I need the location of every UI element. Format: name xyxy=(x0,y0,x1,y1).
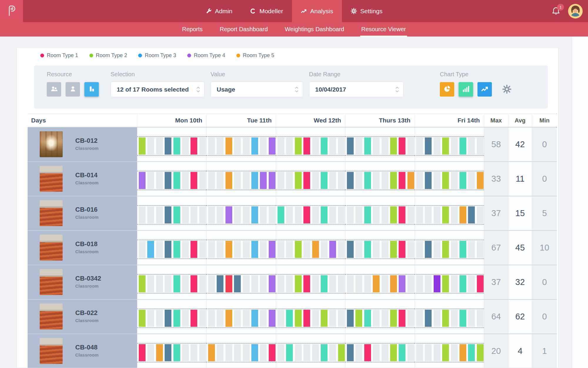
legend-dot xyxy=(236,54,240,57)
usage-bar-gray xyxy=(208,172,215,189)
date-range-dropdown[interactable]: 10/04/2017 xyxy=(309,82,404,97)
usage-bar-teal xyxy=(173,275,180,292)
subnav-item-report-dashboard[interactable]: Report Dashboard xyxy=(218,22,269,37)
subnav-item-label: Resource Viewer xyxy=(361,26,406,33)
usage-bar-gray xyxy=(477,137,484,155)
resource-table: DaysMon 10thTue 11thWed 12thThurs 13thFr… xyxy=(28,114,557,368)
usage-bar-gray xyxy=(373,241,380,258)
usage-bar-gray xyxy=(312,344,319,361)
usage-bars xyxy=(207,343,276,362)
room-type: Classroom xyxy=(75,284,98,289)
room-label-cell[interactable]: CB-022 Classroom xyxy=(28,300,137,334)
usage-bar-gray xyxy=(260,241,267,258)
col-header-max: Max xyxy=(484,114,508,127)
nav-item-modeller[interactable]: Modeller xyxy=(241,0,292,22)
usage-bar-gray xyxy=(338,275,345,292)
legend-label: Room Type 1 xyxy=(47,52,78,59)
room-type: Classroom xyxy=(75,215,98,220)
usage-bar-green xyxy=(139,137,146,155)
nav-item-admin[interactable]: Admin xyxy=(197,0,241,22)
day-cell-0 xyxy=(137,127,206,162)
chart-settings-gear-icon[interactable] xyxy=(502,85,511,94)
usage-bar-gray xyxy=(329,344,336,361)
usage-bar-pink xyxy=(191,241,197,258)
usage-bar-gray xyxy=(477,241,484,258)
usage-bar-gray xyxy=(355,206,362,223)
usage-bar-slate xyxy=(165,172,171,189)
main-nav: Admin Modeller Analysis Settings 1 xyxy=(0,0,588,22)
day-cell-4 xyxy=(415,231,484,265)
usage-bar-slate xyxy=(347,172,354,189)
usage-bar-orange xyxy=(156,344,163,361)
resource-btn-blocks-icon[interactable] xyxy=(84,82,99,97)
legend-item-room-type-2[interactable]: Room Type 2 xyxy=(89,52,127,59)
usage-bar-gray xyxy=(416,206,423,223)
usage-bar-gray xyxy=(373,172,380,189)
usage-bars xyxy=(276,136,345,156)
usage-bars xyxy=(137,205,206,225)
usage-bar-teal xyxy=(321,275,328,292)
usage-bar-gray xyxy=(199,137,206,155)
nav-item-settings[interactable]: Settings xyxy=(342,0,391,22)
usage-bar-green xyxy=(442,206,449,223)
usage-bar-teal xyxy=(364,241,371,258)
max-value: 64 xyxy=(484,300,508,334)
value-dropdown[interactable]: Usage xyxy=(211,82,303,97)
usage-bar-gray xyxy=(260,275,267,292)
chart-type-btn-pie-chart-icon[interactable] xyxy=(440,82,454,97)
usage-bar-slate xyxy=(217,275,223,292)
day-cell-1 xyxy=(206,231,276,265)
room-label-cell[interactable]: CB-0342 Classroom xyxy=(28,265,137,300)
nav-item-analysis[interactable]: Analysis xyxy=(292,0,342,22)
room-label-cell[interactable]: CB-018 Classroom xyxy=(28,231,137,265)
usage-bar-gray xyxy=(278,310,284,327)
usage-bar-gray xyxy=(416,310,423,327)
chart-type-btn-bar-chart-icon[interactable] xyxy=(459,82,473,97)
user-avatar[interactable] xyxy=(568,4,583,19)
usage-bars xyxy=(276,309,345,328)
usage-bar-green xyxy=(477,344,484,361)
usage-bar-gray xyxy=(338,310,345,327)
day-cell-2 xyxy=(276,127,345,162)
usage-bar-gray xyxy=(182,310,189,327)
resource-btn-person-icon[interactable] xyxy=(66,82,80,97)
usage-bar-teal xyxy=(173,206,180,223)
usage-bar-purple xyxy=(269,137,275,155)
usage-bar-green xyxy=(442,137,449,155)
usage-bars xyxy=(207,136,276,156)
usage-bar-gray xyxy=(199,241,206,258)
usage-bar-gray xyxy=(234,241,241,258)
resource-btn-people-group-icon[interactable] xyxy=(47,82,61,97)
legend-item-room-type-1[interactable]: Room Type 1 xyxy=(40,52,78,59)
usage-bar-gray xyxy=(303,241,310,258)
usage-bar-pink xyxy=(269,344,275,361)
notifications-bell-icon[interactable]: 1 xyxy=(552,6,560,16)
legend-item-room-type-5[interactable]: Room Type 5 xyxy=(236,52,274,59)
usage-bar-teal xyxy=(278,206,284,223)
day-cell-2 xyxy=(276,334,345,368)
legend-label: Room Type 2 xyxy=(96,52,127,59)
max-value: 58 xyxy=(484,127,508,162)
legend-item-room-type-3[interactable]: Room Type 3 xyxy=(138,52,176,59)
usage-bar-gray xyxy=(199,310,206,327)
usage-bar-green xyxy=(295,241,302,258)
usage-bar-gray xyxy=(407,206,414,223)
room-label-cell[interactable]: CB-016 Classroom xyxy=(28,196,137,231)
legend-item-room-type-4[interactable]: Room Type 4 xyxy=(187,52,225,59)
usage-bar-orange xyxy=(390,275,397,292)
subnav-item-reports[interactable]: Reports xyxy=(181,22,204,37)
selection-dropdown[interactable]: 12 of 17 Rooms selected xyxy=(111,82,205,97)
room-label-cell[interactable]: CB-012 Classroom xyxy=(28,127,137,162)
usage-bar-orange xyxy=(225,137,232,155)
room-label-cell[interactable]: CB-048 Classroom xyxy=(28,334,137,368)
room-label-cell[interactable]: CB-014 Classroom xyxy=(28,162,137,196)
chart-type-btn-line-chart-icon[interactable] xyxy=(477,82,492,97)
usage-bar-gray xyxy=(260,310,267,327)
usage-bar-lightblue xyxy=(251,206,258,223)
table-row-cb-0342: CB-0342 Classroom 37320 xyxy=(28,265,556,300)
subnav-item-resource-viewer[interactable]: Resource Viewer xyxy=(360,22,407,37)
max-value: 67 xyxy=(484,231,508,265)
usage-bar-gray xyxy=(329,310,336,327)
subnav-item-weightings-dashboard[interactable]: Weightings Dashboard xyxy=(284,22,345,37)
usage-bar-lightblue xyxy=(251,310,258,327)
